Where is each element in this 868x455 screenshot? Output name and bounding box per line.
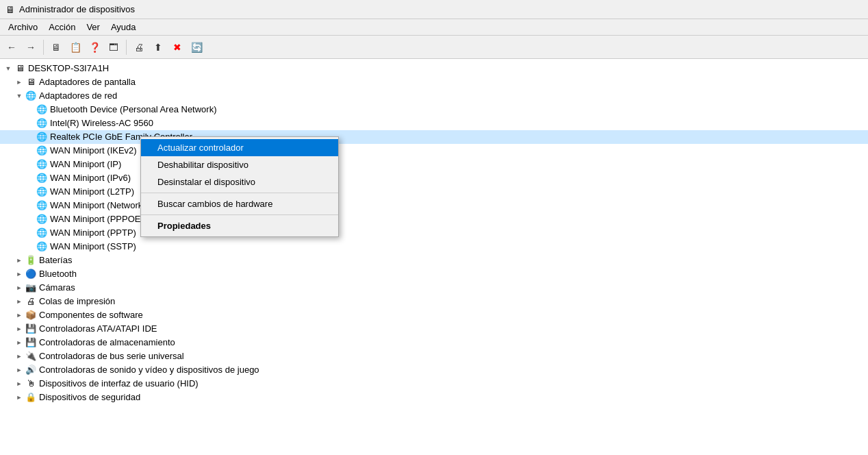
context-menu-buscar-cambios[interactable]: Buscar cambios de hardware [141,195,338,212]
icon-adaptadores-red: 🌐 [25,90,37,101]
icon-camaras: 📷 [25,282,37,293]
icon-wan-netmon: 🌐 [36,200,48,211]
tree-item-wan-netmon[interactable]: 🌐 WAN Miniport (Network Monitor) [0,199,868,212]
toolbar-separator-1 [43,40,44,55]
root-toggle[interactable]: ▼ [3,63,14,74]
tree-item-controladoras-bus[interactable]: ► 🔌 Controladoras de bus serie universal [0,349,868,363]
label-intel-wireless: Intel(R) Wireless-AC 9560 [50,116,153,130]
context-menu-separator-2 [141,214,338,215]
tree-item-controladoras-sonido[interactable]: ► 🔊 Controladoras de sonido y vídeo y di… [0,363,868,377]
menu-item-ayuda[interactable]: Ayuda [105,21,142,34]
menu-item-ver[interactable]: Ver [81,21,105,34]
tree-item-wan-l2tp[interactable]: 🌐 WAN Miniport (L2TP) [0,185,868,199]
tree-item-wan-sstp[interactable]: 🌐 WAN Miniport (SSTP) [0,240,868,254]
tree-item-componentes-software[interactable]: ► 📦 Componentes de software [0,308,868,322]
icon-bluetooth: 🔵 [25,269,37,280]
label-bluetooth-device: Bluetooth Device (Personal Area Network) [50,103,217,116]
icon-adaptadores-pantalla: 🖥 [25,77,37,88]
tree-item-wan-ip[interactable]: 🌐 WAN Miniport (IP) [0,158,868,171]
tree-item-wan-ikev2[interactable]: 🌐 WAN Miniport (IKEv2) [0,144,868,158]
label-adaptadores-pantalla: Adaptadores de pantalla [39,75,136,89]
tree-item-wan-ipv6[interactable]: 🌐 WAN Miniport (IPv6) [0,171,868,185]
label-dispositivos-seguridad: Dispositivos de seguridad [39,391,140,404]
icon-dispositivos-hid: 🖱 [25,378,37,389]
toggle-dispositivos-hid[interactable]: ► [14,378,25,389]
menu-item-archivo[interactable]: Archivo [3,21,43,34]
label-controladoras-ata: Controladoras ATA/ATAPI IDE [39,322,157,336]
tree-item-bluetooth[interactable]: ► 🔵 Bluetooth [0,267,868,281]
show-hidden-button[interactable]: 🗔 [105,38,123,56]
context-menu-actualizar-controlador[interactable]: Actualizar controlador [141,139,338,156]
scan-button[interactable]: 🖨 [130,38,148,56]
label-baterias: Baterías [39,254,72,267]
tree-item-realtek[interactable]: 🌐 Realtek PCIe GbE Family Controller [0,130,868,144]
icon-controladoras-sonido: 🔊 [25,365,37,376]
main-content: ▼ 🖥 DESKTOP-S3I7A1H ► 🖥 Adaptadores de p… [0,59,868,455]
label-wan-ikev2: WAN Miniport (IKEv2) [50,144,137,158]
toggle-controladoras-almacenamiento[interactable]: ► [14,337,25,348]
icon-wan-sstp: 🌐 [36,241,48,252]
toggle-adaptadores-red[interactable]: ▼ [14,90,25,101]
toggle-componentes-software[interactable]: ► [14,310,25,321]
toggle-bluetooth[interactable]: ► [14,269,25,280]
tree-item-controladoras-almacenamiento[interactable]: ► 💾 Controladoras de almacenamiento [0,336,868,349]
tree-item-adaptadores-red[interactable]: ▼ 🌐 Adaptadores de red [0,89,868,103]
icon-wan-l2tp: 🌐 [36,186,48,197]
toggle-controladoras-ata[interactable]: ► [14,323,25,334]
icon-bluetooth-device: 🌐 [36,104,48,115]
context-menu-deshabilitar-dispositivo[interactable]: Deshabilitar dispositivo [141,156,338,173]
help-button[interactable]: ❓ [86,38,103,56]
toggle-dispositivos-seguridad[interactable]: ► [14,392,25,403]
tree-root[interactable]: ▼ 🖥 DESKTOP-S3I7A1H [0,62,868,75]
toolbar: ← → 🖥 📋 ❓ 🗔 🖨 ⬆ ✖ 🔄 [0,36,868,59]
label-dispositivos-hid: Dispositivos de interfaz de usuario (HID… [39,377,199,391]
toggle-adaptadores-pantalla[interactable]: ► [14,77,25,88]
tree-item-adaptadores-pantalla[interactable]: ► 🖥 Adaptadores de pantalla [0,75,868,89]
tree-item-controladoras-ata[interactable]: ► 💾 Controladoras ATA/ATAPI IDE [0,322,868,336]
tree-item-dispositivos-seguridad[interactable]: ► 🔒 Dispositivos de seguridad [0,391,868,404]
tree-item-bluetooth-device[interactable]: 🌐 Bluetooth Device (Personal Area Networ… [0,103,868,116]
toggle-baterias[interactable]: ► [14,255,25,266]
tree-item-camaras[interactable]: ► 📷 Cámaras [0,281,868,295]
tree-item-wan-pptp[interactable]: 🌐 WAN Miniport (PPTP) [0,226,868,240]
label-adaptadores-red: Adaptadores de red [39,89,117,103]
tree-item-wan-pppoe[interactable]: 🌐 WAN Miniport (PPPOE) [0,212,868,226]
properties-button[interactable]: 📋 [66,38,84,56]
context-menu-propiedades[interactable]: Propiedades [141,217,338,234]
tree-item-intel-wireless[interactable]: 🌐 Intel(R) Wireless-AC 9560 [0,116,868,130]
root-label: DESKTOP-S3I7A1H [28,62,109,75]
toggle-colas-impresion[interactable]: ► [14,296,25,307]
scan-changes-button[interactable]: 🔄 [188,38,205,56]
context-menu-desinstalar-dispositivo[interactable]: Desinstalar el dispositivo [141,173,338,190]
icon-controladoras-almacenamiento: 💾 [25,337,37,348]
tree-item-dispositivos-hid[interactable]: ► 🖱 Dispositivos de interfaz de usuario … [0,377,868,391]
computer-button[interactable]: 🖥 [47,38,65,56]
label-controladoras-sonido: Controladoras de sonido y vídeo y dispos… [39,363,259,377]
back-button[interactable]: ← [3,38,21,56]
label-wan-ipv6: WAN Miniport (IPv6) [50,171,131,185]
tree-item-baterias[interactable]: ► 🔋 Baterías [0,254,868,267]
toggle-controladoras-sonido[interactable]: ► [14,365,25,376]
forward-button[interactable]: → [22,38,40,56]
toggle-camaras[interactable]: ► [14,282,25,293]
label-wan-ip: WAN Miniport (IP) [50,158,121,171]
icon-wan-pptp: 🌐 [36,228,48,238]
root-icon: 🖥 [14,63,26,74]
title-bar-text: Administrador de dispositivos [19,4,135,14]
tree-item-colas-impresion[interactable]: ► 🖨 Colas de impresión [0,295,868,308]
label-colas-impresion: Colas de impresión [39,295,115,308]
update-driver-button[interactable]: ⬆ [149,38,167,56]
icon-realtek: 🌐 [36,132,48,143]
icon-dispositivos-seguridad: 🔒 [25,392,37,403]
remove-button[interactable]: ✖ [168,38,186,56]
tree-panel[interactable]: ▼ 🖥 DESKTOP-S3I7A1H ► 🖥 Adaptadores de p… [0,59,868,455]
icon-colas-impresion: 🖨 [25,296,37,307]
label-bluetooth: Bluetooth [39,267,77,281]
menu-item-acción[interactable]: Acción [43,21,81,34]
toolbar-separator-2 [126,40,127,55]
icon-wan-ikev2: 🌐 [36,145,48,156]
icon-wan-ipv6: 🌐 [36,173,48,184]
icon-baterias: 🔋 [25,255,37,266]
label-wan-sstp: WAN Miniport (SSTP) [50,240,136,254]
toggle-controladoras-bus[interactable]: ► [14,351,25,362]
